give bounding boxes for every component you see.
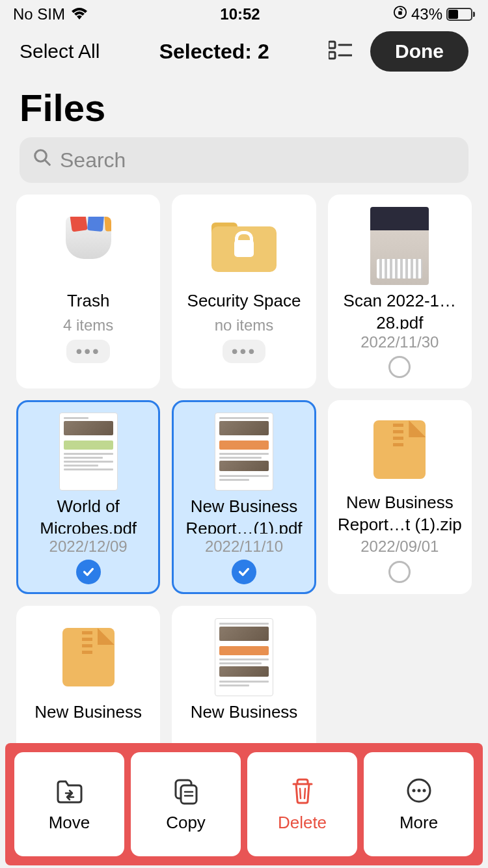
done-button[interactable]: Done — [370, 31, 468, 72]
delete-label: Delete — [278, 813, 327, 833]
svg-rect-1 — [398, 11, 402, 15]
card-title: New Business — [191, 701, 298, 724]
status-bar: No SIM 10:52 43% — [0, 0, 488, 29]
delete-icon — [288, 776, 317, 805]
more-label: More — [400, 813, 438, 833]
search-bar[interactable] — [20, 137, 468, 183]
list-view-icon[interactable] — [329, 40, 352, 62]
card-new-business-zip[interactable]: New Business Report…t (1).zip 2022/09/01 — [328, 400, 472, 594]
zip-icon — [373, 420, 426, 479]
copy-label: Copy — [166, 813, 206, 833]
folder-lock-icon — [211, 220, 277, 272]
card-new-business-pdf[interactable]: New Business Report…(1).pdf 2022/11/10 — [172, 400, 316, 594]
card-trash[interactable]: Trash 4 items ••• — [16, 195, 160, 388]
clock: 10:52 — [220, 5, 260, 23]
select-all-button[interactable]: Select All — [20, 40, 100, 62]
folder-move-icon — [55, 776, 84, 805]
select-circle-empty[interactable] — [388, 561, 411, 583]
more-icon — [405, 776, 433, 805]
doc-thumb-icon — [59, 413, 118, 491]
select-circle-checked[interactable] — [232, 560, 256, 584]
battery-pct: 43% — [411, 5, 442, 23]
card-subtitle: no items — [215, 316, 274, 334]
svg-point-15 — [412, 789, 415, 792]
search-icon — [33, 148, 52, 172]
svg-rect-2 — [329, 42, 335, 48]
more-dots-icon[interactable]: ••• — [223, 340, 265, 363]
svg-rect-9 — [181, 785, 197, 804]
card-subtitle: 2022/09/01 — [360, 537, 439, 556]
trash-icon — [62, 217, 115, 275]
file-grid: Trash 4 items ••• Security Space no item… — [0, 195, 488, 800]
card-title: Security Space — [187, 290, 301, 312]
move-button[interactable]: Move — [14, 752, 124, 856]
card-title: Scan 2022-1…28.pdf — [335, 290, 465, 329]
card-security-space[interactable]: Security Space no items ••• — [172, 195, 316, 388]
select-circle-checked[interactable] — [76, 560, 101, 584]
zip-icon — [62, 628, 115, 686]
card-title: New Business — [34, 701, 142, 724]
svg-point-16 — [417, 789, 420, 792]
card-title: Trash — [67, 290, 110, 312]
selection-toolbar: Select All Selected: 2 Done — [0, 29, 488, 74]
svg-line-13 — [305, 789, 305, 798]
page-title: Files — [20, 86, 468, 129]
delete-button[interactable]: Delete — [247, 752, 357, 856]
move-label: Move — [49, 813, 90, 833]
copy-icon — [172, 776, 200, 805]
search-input[interactable] — [60, 148, 455, 172]
selected-count: Selected: 2 — [159, 40, 269, 64]
more-dots-icon[interactable]: ••• — [66, 340, 109, 363]
copy-button[interactable]: Copy — [131, 752, 241, 856]
wifi-icon — [72, 5, 87, 23]
card-world-microbes[interactable]: World of Microbes.pdf 2022/12/09 — [16, 400, 160, 594]
photo-thumb-icon — [370, 207, 429, 285]
svg-point-17 — [422, 789, 426, 792]
doc-thumb-icon — [215, 413, 273, 491]
lock-rotation-icon — [393, 5, 407, 23]
bottom-action-highlight: Move Copy Delete More — [5, 743, 483, 865]
card-subtitle: 2022/12/09 — [49, 537, 128, 556]
card-subtitle: 2022/11/10 — [205, 537, 283, 556]
card-subtitle: 2022/11/30 — [360, 333, 439, 351]
select-circle-empty[interactable] — [388, 356, 411, 378]
card-title: World of Microbes.pdf — [23, 496, 153, 534]
battery-icon — [446, 8, 475, 21]
carrier-label: No SIM — [13, 5, 65, 23]
card-scan-pdf[interactable]: Scan 2022-1…28.pdf 2022/11/30 — [328, 195, 472, 388]
svg-line-12 — [300, 789, 301, 798]
card-title: New Business Report…t (1).zip — [335, 492, 465, 534]
card-subtitle: 4 items — [63, 316, 113, 334]
doc-thumb-icon — [215, 618, 273, 696]
svg-line-7 — [45, 160, 50, 165]
more-button[interactable]: More — [364, 752, 474, 856]
svg-rect-4 — [329, 52, 335, 59]
card-title: New Business Report…(1).pdf — [179, 496, 308, 534]
